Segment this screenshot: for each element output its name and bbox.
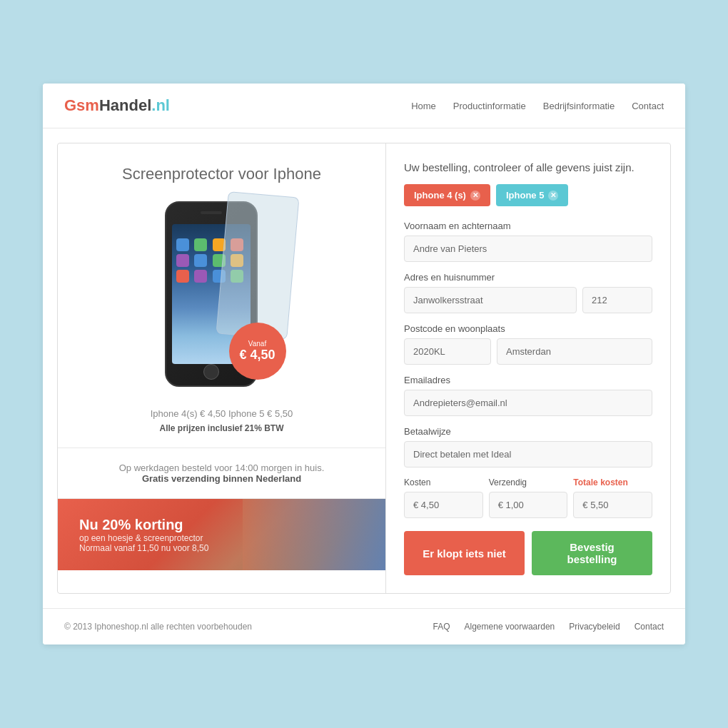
nav-home[interactable]: Home (411, 101, 436, 111)
postal-input[interactable] (404, 338, 491, 365)
action-buttons: Er klopt iets niet Bevestig bestelling (404, 531, 652, 575)
order-title: Uw bestelling, controleer of alle gevens… (404, 161, 652, 173)
left-panel: Screenprotector voor Iphone (58, 143, 386, 593)
app-icon (176, 238, 189, 251)
header: GsmHandel.nl Home Productinformatie Bedr… (43, 84, 685, 128)
promo-city-bg (243, 499, 385, 570)
promo-title: Nu 20% korting (79, 517, 183, 533)
confirm-button[interactable]: Bevestig bestelling (532, 531, 652, 575)
name-input[interactable] (404, 236, 652, 262)
postal-field-group: Postcode en woonplaats (404, 323, 652, 365)
total-header: Totale kosten (573, 477, 652, 487)
product-section: Screenprotector voor Iphone (58, 143, 385, 448)
kosten-value: € 4,50 (404, 492, 483, 518)
footer-faq[interactable]: FAQ (433, 622, 450, 632)
footer-copy-text: © 2013 Iphoneshop.nl alle rechten voorbe… (64, 622, 252, 632)
email-label: Emailadres (404, 375, 652, 385)
phone-speaker (201, 211, 222, 214)
footer-contact[interactable]: Contact (635, 622, 664, 632)
cost-headers: Kosten Verzendig Totale kosten (404, 477, 652, 487)
verzendig-header: Verzendig (489, 477, 568, 487)
nav-contact[interactable]: Contact (632, 101, 664, 111)
tab-iphone5-label: Iphone 5 (506, 190, 544, 201)
app-icon (176, 254, 189, 267)
logo-nl: .nl (151, 96, 170, 114)
main-content: Screenprotector voor Iphone (57, 143, 671, 594)
delivery-text: Op werkdagen besteld voor 14:00 morgen i… (79, 462, 364, 473)
right-panel: Uw bestelling, controleer of alle gevens… (386, 143, 670, 593)
footer-copy: © 2013 Iphoneshop.nl alle rechten voorbe… (64, 622, 252, 632)
name-label: Voornaam en achternaam (404, 221, 652, 231)
footer-links: FAQ Algemene voorwaarden Privacybeleid C… (433, 622, 664, 632)
number-input[interactable] (582, 287, 652, 313)
phone-home-btn (203, 364, 219, 380)
nav-bedrijfsinfo[interactable]: Bedrijfsinformatie (543, 101, 615, 111)
tab-iphone4-label: Iphone 4 (s) (414, 190, 466, 201)
footer-voorwaarden[interactable]: Algemene voorwaarden (465, 622, 555, 632)
nav-productinfo[interactable]: Productinformatie (453, 101, 526, 111)
tab-iphone5[interactable]: Iphone 5 ✕ (496, 184, 568, 206)
address-row (404, 287, 652, 313)
verzendig-value: € 1,00 (489, 492, 568, 518)
name-field-group: Voornaam en achternaam (404, 221, 652, 262)
address-field-group: Adres en huisnummer (404, 272, 652, 313)
price-badge: Vanaf € 4,50 (229, 323, 286, 380)
app-icon (194, 238, 207, 251)
app-icon (194, 254, 207, 267)
product-title: Screenprotector voor Iphone (79, 165, 364, 183)
cancel-button[interactable]: Er klopt iets niet (404, 531, 525, 575)
screen-protector (216, 191, 299, 340)
total-value: € 5,50 (573, 492, 652, 518)
address-label: Adres en huisnummer (404, 272, 652, 283)
page-wrapper: GsmHandel.nl Home Productinformatie Bedr… (43, 84, 685, 644)
product-tabs: Iphone 4 (s) ✕ Iphone 5 ✕ (404, 184, 652, 206)
price-amount: € 4,50 (239, 348, 275, 363)
product-image-area: Vanaf € 4,50 (79, 198, 364, 398)
phone-container: Vanaf € 4,50 (151, 201, 293, 394)
cost-values: € 4,50 € 1,00 € 5,50 (404, 492, 652, 518)
promo-sub2: Normaal vanaf 11,50 nu voor 8,50 (79, 543, 208, 553)
logo: GsmHandel.nl (64, 96, 170, 115)
payment-input[interactable] (404, 441, 652, 467)
promo-banner[interactable]: Nu 20% korting op een hoesje & screenpro… (58, 499, 385, 570)
payment-field-group: Betaalwijze (404, 426, 652, 467)
kosten-header: Kosten (404, 477, 483, 487)
cost-table: Kosten Verzendig Totale kosten € 4,50 € … (404, 477, 652, 518)
delivery-section: Op werkdagen besteld voor 14:00 morgen i… (58, 448, 385, 499)
price-vanaf: Vanaf (248, 340, 266, 348)
tab-iphone4[interactable]: Iphone 4 (s) ✕ (404, 184, 490, 206)
street-input[interactable] (404, 287, 577, 313)
pricing-text: Iphone 4(s) € 4,50 Iphone 5 € 5,50 (79, 408, 364, 419)
logo-handel: Handel (99, 96, 151, 114)
logo-gsm: Gsm (64, 96, 99, 114)
city-input[interactable] (497, 338, 652, 365)
footer: © 2013 Iphoneshop.nl alle rechten voorbe… (43, 608, 685, 644)
app-icon (176, 270, 189, 283)
tab-iphone5-close[interactable]: ✕ (548, 191, 558, 201)
app-icon (194, 270, 207, 283)
email-input[interactable] (404, 390, 652, 416)
postal-label: Postcode en woonplaats (404, 323, 652, 334)
footer-privacy[interactable]: Privacybeleid (569, 622, 620, 632)
email-field-group: Emailadres (404, 375, 652, 416)
postal-row (404, 338, 652, 365)
promo-sub1: op een hoesje & screenprotector (79, 533, 203, 543)
delivery-bold: Gratis verzending binnen Nederland (79, 473, 364, 484)
main-nav: Home Productinformatie Bedrijfsinformati… (411, 101, 664, 111)
pricing-btw: Alle prijzen inclusief 21% BTW (79, 423, 364, 433)
payment-label: Betaalwijze (404, 426, 652, 437)
tab-iphone4-close[interactable]: ✕ (470, 191, 480, 201)
